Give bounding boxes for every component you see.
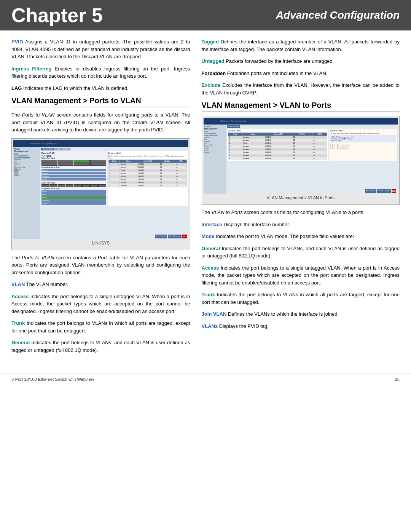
mode-term: Mode: [202, 233, 215, 239]
screenshot2-box: LINKSYS A Division of Cisco Systems, Inc…: [202, 116, 400, 205]
vlan-text: The VLAN number.: [26, 281, 68, 287]
frame-trunk: Trunk: [41, 193, 106, 196]
filter-info: 1. Click Port Name to select a port2. Co…: [330, 135, 396, 142]
linksys-subtitle-1: A Division of Cisco Systems, Inc.: [30, 142, 57, 145]
th-port: Port: [108, 160, 120, 163]
cancel-btn-2[interactable]: Cancel Changes: [377, 189, 391, 193]
frame-type-forbidden: Forbidden: [41, 175, 106, 177]
save-btn-1[interactable]: Save Settings: [155, 235, 167, 238]
linksys-logo-2: LINKSYS: [205, 120, 218, 123]
ingress-term: Ingress Filtering: [11, 66, 52, 72]
join-vlan-text: Defines the VLANs to which the interface…: [228, 311, 339, 317]
forbidden-text: Forbidden ports are not included in the …: [227, 70, 328, 76]
access-term: Access: [11, 294, 29, 299]
vlan-select-row: VLAN: 1 ▼: [41, 155, 106, 157]
exclude-term: Exclude: [202, 82, 221, 88]
forbidden-term: Forbidden: [202, 70, 226, 76]
tagged-term: Tagged: [202, 39, 219, 45]
vlan-ports-intro: The VLAN to Ports screen contains fields…: [202, 209, 400, 216]
port-box-4: [90, 160, 106, 163]
general-sub: General Indicates the port belongs to VL…: [11, 339, 190, 354]
trunk-sub: Trunk Indicates the port belongs to VLAN…: [11, 320, 190, 334]
switch-port-mode-label: Switch Port Mode: [41, 157, 106, 159]
save-btn-2[interactable]: Save Settings: [365, 189, 377, 193]
interface-text: Displays the interface number.: [223, 222, 290, 227]
section1-heading: VLAN Management > Ports to VLAN: [11, 96, 190, 107]
th-mode: Mode: [120, 160, 137, 163]
port-box2-5: [74, 184, 81, 187]
nav-logout-2: Logout: [204, 152, 226, 153]
frame-general: General: [41, 196, 106, 199]
port-box2-4: [66, 184, 73, 187]
description-text-1: The Port Table contains information abou…: [108, 155, 187, 159]
access-text: Indicates the port belongs to a single u…: [11, 294, 190, 314]
general2-para: General Indicates the port belongs to VL…: [202, 245, 400, 260]
access2-para: Access Indicates the port belongs to a s…: [202, 264, 400, 287]
tab-vlan-1[interactable]: VLAN: [54, 148, 61, 150]
frame-type-tagged: Tagged: [41, 169, 106, 171]
section2-heading: VLAN Management > VLAN to Ports: [202, 101, 400, 112]
tab-vlan-to-ports[interactable]: VLAN to Ports: [227, 125, 241, 128]
th-join: Join VLAN: [137, 160, 159, 163]
pvid-para: PVID Assigns a VLAN ID to untagged packe…: [11, 38, 190, 61]
pvid-text: Assigns a VLAN ID to untagged packets. T…: [11, 39, 190, 59]
port-box-1: [41, 160, 57, 163]
switch-port-mode2: Switch Port Mode: [41, 182, 106, 184]
screenshot1-caption: LINKSYS: [13, 241, 188, 245]
interface-para: Interface Displays the interface number.: [202, 221, 400, 228]
interface-term: Interface: [202, 222, 222, 227]
screenshot2-caption: VLAN Management > VLAN to Ports: [204, 195, 398, 200]
vlan-filter-text: The Right side panel shows VLAN port set…: [330, 133, 396, 134]
vlan-sub: VLAN The VLAN number.: [11, 281, 190, 288]
nav-logout-1: Logout: [14, 174, 39, 176]
mode-para: Mode Indicates the port to VLAN mode. Th…: [202, 233, 400, 240]
pvid-term: PVID: [11, 39, 23, 45]
port-box2-7: [90, 184, 98, 187]
ports-to-vlan-right-title: Ports to VLAN: [108, 152, 187, 154]
trunk-term: Trunk: [11, 320, 25, 326]
frame-exclude2: Exclude: [41, 202, 106, 205]
linksys-logo-1: LINKSYS: [15, 142, 28, 145]
exclude-para: Exclude Excludes the interface from the …: [202, 81, 400, 96]
vlan-mgmt-label-2: VLANManagement: [204, 125, 226, 130]
help-text: Mode: 1 = General port modeMode: 2 = Acc…: [330, 144, 396, 150]
port-box2-6: [82, 184, 90, 187]
frame-type-untagged: Untagged: [41, 172, 106, 174]
general2-text: Indicates the port belongs to VLANs, and…: [202, 246, 400, 259]
right-column: Tagged Defines the interface as a tagged…: [198, 38, 400, 358]
trunk2-para: Trunk Indicates the port belongs to VLAN…: [202, 291, 400, 306]
page-footer: 8-Port 10/100 Ethernet Switch with Webvi…: [0, 374, 411, 385]
untagged-term: Untagged: [202, 58, 225, 64]
port-box2-1: [41, 184, 49, 187]
join-vlan-term: Join VLAN: [202, 311, 227, 317]
cancel-btn-1[interactable]: Cancel Changes: [168, 235, 182, 238]
tab-stats-1[interactable]: Statistics: [61, 148, 70, 150]
tab-ports-vlan-1[interactable]: Ports to VLAN: [41, 148, 54, 150]
ports-table-1: Port Mode Join VLAN VLANs LAG 1Access100…: [108, 160, 187, 187]
cisco-logo-2: CISCO: [392, 189, 396, 193]
general-term: General: [11, 340, 30, 345]
vlan-to-ports-title: VLAN to Ports: [228, 129, 328, 132]
lag-text: Indicates the LAG to which the VLAN is d…: [23, 85, 129, 91]
port-box-3: [74, 160, 90, 163]
vlans-para: VLANs Displays the PVID tag.: [202, 323, 400, 330]
access-sub: Access Indicates the port belongs to a s…: [11, 293, 190, 315]
port-box-2: [58, 160, 74, 163]
section1-intro: The Ports to VLAN screen contains fields…: [11, 111, 190, 134]
screenshot1-box: LINKSYS A Division of Cisco Systems, Inc…: [11, 138, 190, 250]
frame-access: Access: [41, 190, 106, 193]
frame-type-exclude: Exclude: [41, 178, 106, 181]
lag-para: LAG Indicates the LAG to which the VLAN …: [11, 85, 190, 92]
port-box2-2: [49, 184, 57, 187]
vlan-term: VLAN: [11, 281, 25, 287]
port-box-6: [58, 163, 74, 166]
port-box-8: [90, 163, 106, 166]
port-box2-8: [98, 184, 106, 187]
vlans-term: VLANs: [202, 323, 218, 329]
access2-term: Access: [202, 265, 219, 271]
th-vlans: VLANs: [159, 160, 175, 163]
exclude-text: Excludes the interface from the VLAN. Ho…: [202, 82, 400, 96]
screenshot2-image: LINKSYS A Division of Cisco Systems, Inc…: [204, 118, 398, 194]
ports-to-vlan-title-1: Ports to VLAN: [41, 152, 106, 154]
vlan-to-ports-panel-title: VLAN to Ports: [330, 129, 396, 132]
